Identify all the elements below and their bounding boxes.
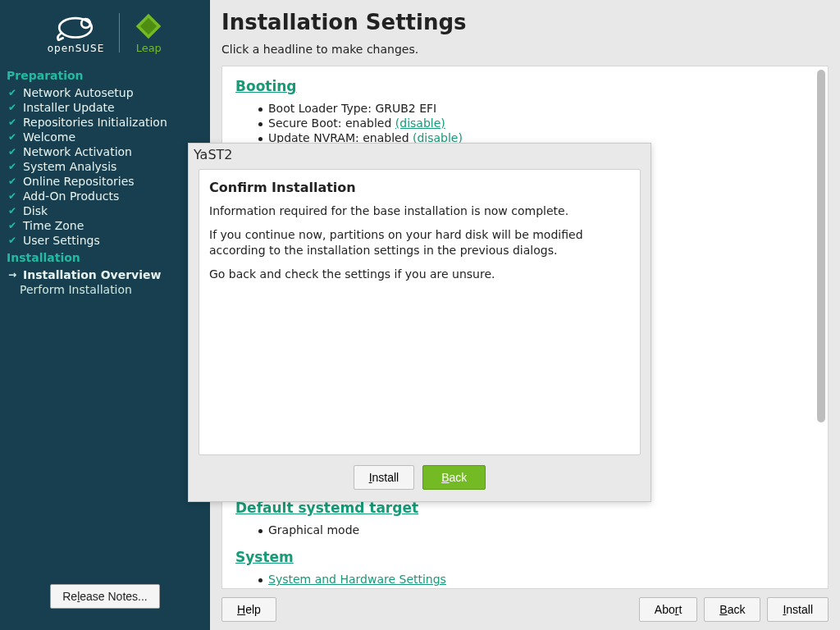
dialog-back-button[interactable]: Back	[422, 465, 486, 490]
install-button[interactable]: Install	[767, 597, 829, 622]
section-installation: Installation	[7, 248, 203, 267]
nav-item-network-activation: ✔Network Activation	[7, 144, 203, 159]
dialog-footer: Install Back	[189, 463, 651, 501]
section-system-title[interactable]: System	[235, 549, 294, 565]
arrow-right-icon: →	[8, 269, 20, 281]
nav-item-welcome: ✔Welcome	[7, 130, 203, 144]
dialog-p2: If you continue now, partitions on your …	[209, 227, 630, 258]
nav-item-perform-installation: Perform Installation	[7, 282, 203, 297]
check-icon: ✔	[8, 131, 20, 143]
nav-item-system-analysis: ✔System Analysis	[7, 159, 203, 174]
leap-logo: Leap	[135, 12, 162, 54]
help-label: Help	[237, 603, 261, 616]
back-label: Back	[719, 603, 745, 616]
dialog-window-title: YaST2	[189, 144, 651, 169]
release-notes-button[interactable]: Release Notes...	[50, 584, 160, 609]
nav-item-repositories-initialization: ✔Repositories Initialization	[7, 115, 203, 130]
nav: Preparation ✔Network Autosetup ✔Installe…	[0, 66, 210, 297]
nav-label: Installer Update	[23, 101, 115, 114]
system-hardware-link[interactable]: System and Hardware Settings	[268, 573, 446, 586]
nav-item-time-zone: ✔Time Zone	[7, 218, 203, 233]
leap-diamond-icon	[135, 12, 162, 40]
scrollbar-thumb[interactable]	[817, 70, 825, 422]
bullet-bootloader: Boot Loader Type: GRUB2 EFI	[268, 101, 815, 116]
nav-label: System Analysis	[23, 160, 116, 173]
check-icon: ✔	[8, 176, 20, 187]
value: enabled	[345, 116, 391, 130]
check-icon: ✔	[8, 205, 20, 217]
value: GRUB2 EFI	[375, 102, 436, 115]
dialog-body: Confirm Installation Information require…	[199, 169, 641, 455]
help-button[interactable]: Help	[221, 597, 276, 622]
label: Boot Loader Type:	[268, 102, 375, 115]
nav-label: Network Autosetup	[23, 86, 134, 99]
nav-label: Network Activation	[23, 145, 132, 158]
abort-label: Abort	[655, 603, 682, 616]
check-icon: ✔	[8, 87, 20, 98]
leap-word: Leap	[136, 42, 162, 54]
bullet-graphical-mode: Graphical mode	[268, 523, 815, 537]
bullet-system-link: System and Hardware Settings	[268, 572, 815, 587]
check-icon: ✔	[8, 235, 20, 246]
nav-label: Perform Installation	[20, 283, 132, 296]
nav-label: Disk	[23, 204, 48, 217]
nav-label: Repositories Initialization	[23, 116, 167, 129]
section-systemd-title[interactable]: Default systemd target	[235, 500, 418, 516]
page-title: Installation Settings	[221, 10, 829, 34]
dialog-install-label: Install	[369, 471, 399, 484]
nav-label: Online Repositories	[23, 175, 135, 188]
release-notes-label: Release Notes...	[62, 590, 148, 603]
nav-label: Welcome	[23, 130, 75, 144]
confirm-install-dialog: YaST2 Confirm Installation Information r…	[188, 143, 651, 502]
label: Secure Boot:	[268, 116, 345, 130]
opensuse-word: openSUSE	[48, 43, 105, 54]
chameleon-icon	[52, 11, 98, 41]
section-preparation: Preparation	[7, 66, 203, 85]
dialog-heading: Confirm Installation	[209, 180, 630, 195]
booting-bullets: Boot Loader Type: GRUB2 EFI Secure Boot:…	[235, 101, 815, 145]
check-icon: ✔	[8, 116, 20, 128]
check-icon: ✔	[8, 146, 20, 158]
check-icon: ✔	[8, 161, 20, 172]
nav-label: Installation Overview	[23, 268, 161, 281]
abort-button[interactable]: Abort	[639, 597, 697, 622]
nav-label: Add-On Products	[23, 189, 119, 203]
section-booting-title[interactable]: Booting	[235, 78, 297, 94]
nav-item-online-repositories: ✔Online Repositories	[7, 174, 203, 189]
dialog-p1: Information required for the base instal…	[209, 203, 630, 219]
system-bullets: System and Hardware Settings	[235, 572, 815, 587]
logo-divider	[119, 13, 120, 52]
install-label: Install	[783, 603, 813, 616]
bullet-secureboot: Secure Boot: enabled (disable)	[268, 116, 815, 130]
brand-logos: openSUSE Leap	[0, 5, 210, 66]
nav-item-add-on-products: ✔Add-On Products	[7, 189, 203, 203]
nav-label: Time Zone	[23, 219, 84, 232]
main-header: Installation Settings Click a headline t…	[210, 0, 840, 61]
opensuse-logo: openSUSE	[48, 11, 105, 54]
sidebar: openSUSE Leap Preparation ✔Network Autos…	[0, 0, 210, 630]
value: Graphical mode	[268, 523, 359, 536]
page-subtitle: Click a headline to make changes.	[221, 43, 829, 56]
check-icon: ✔	[8, 220, 20, 231]
back-button[interactable]: Back	[704, 597, 760, 622]
check-icon: ✔	[8, 190, 20, 202]
nav-item-user-settings: ✔User Settings	[7, 233, 203, 248]
secureboot-disable-link[interactable]: (disable)	[395, 116, 445, 130]
nav-item-installer-update: ✔Installer Update	[7, 100, 203, 115]
check-icon: ✔	[8, 102, 20, 113]
footer: Help Abort Back Install	[210, 589, 840, 630]
dialog-back-label: Back	[441, 471, 467, 484]
dialog-install-button[interactable]: Install	[354, 465, 415, 490]
dialog-p3: Go back and check the settings if you ar…	[209, 267, 630, 282]
nav-item-network-autosetup: ✔Network Autosetup	[7, 85, 203, 100]
systemd-bullets: Graphical mode	[235, 523, 815, 537]
nav-item-installation-overview: →Installation Overview	[7, 267, 203, 282]
nav-item-disk: ✔Disk	[7, 203, 203, 218]
nav-label: User Settings	[23, 234, 100, 247]
